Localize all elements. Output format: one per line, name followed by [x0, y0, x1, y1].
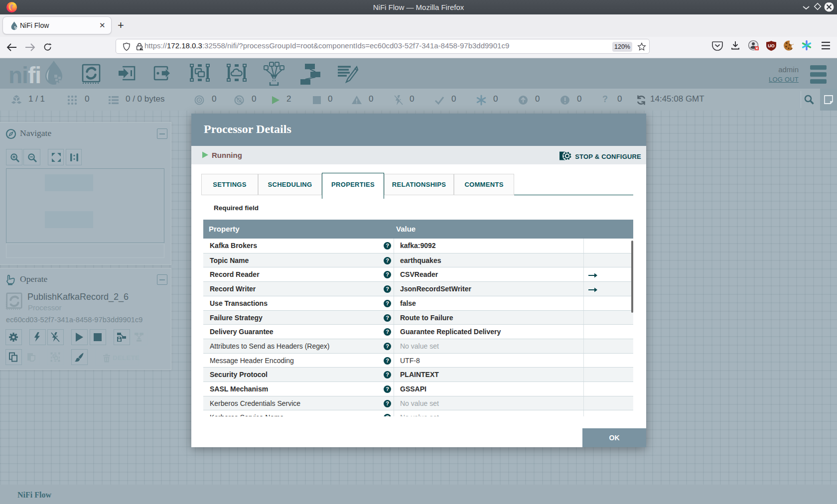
svg-text:UO: UO: [768, 43, 775, 48]
